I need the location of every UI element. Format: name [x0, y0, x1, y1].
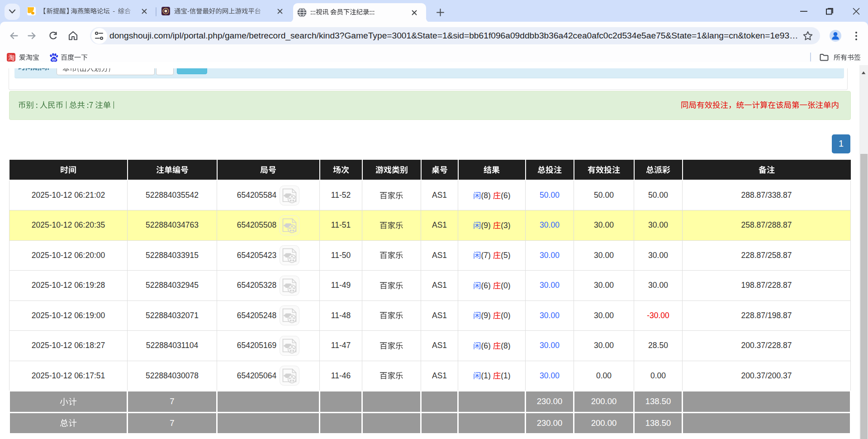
svg-text:du: du	[52, 57, 56, 62]
svg-text:(3): (3)	[501, 221, 510, 229]
svg-text:(8): (8)	[481, 191, 490, 200]
svg-text:(9): (9)	[481, 311, 490, 320]
svg-text:(6): (6)	[481, 342, 490, 350]
svg-text:(1): (1)	[501, 372, 510, 380]
svg-text:(9): (9)	[481, 221, 490, 229]
svg-text:(6): (6)	[501, 191, 510, 200]
svg-text:(0): (0)	[501, 311, 510, 320]
svg-text:(1): (1)	[481, 372, 490, 380]
svg-text:(6): (6)	[481, 282, 490, 290]
svg-text:(5): (5)	[501, 251, 510, 259]
svg-text:(7): (7)	[481, 251, 490, 259]
svg-text:(0): (0)	[501, 282, 510, 290]
svg-text:(8): (8)	[501, 342, 510, 350]
